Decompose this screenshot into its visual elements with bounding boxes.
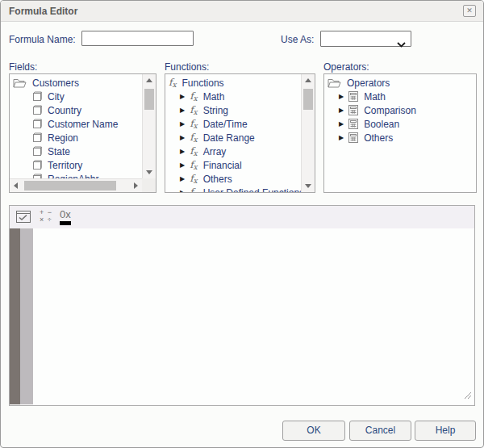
tree-item-label: User Defined Functions xyxy=(203,187,301,193)
operators-tree-root[interactable]: Operators xyxy=(328,76,476,90)
formula-name-input[interactable] xyxy=(81,31,194,46)
expand-arrow-icon[interactable]: ▶ xyxy=(180,148,185,155)
expand-arrow-icon[interactable]: ▶ xyxy=(180,134,185,141)
fx-icon: fx xyxy=(190,186,198,192)
hex-format-icon[interactable]: 0x xyxy=(60,208,71,225)
expand-arrow-icon[interactable]: ▶ xyxy=(339,107,344,114)
expand-arrow-icon[interactable]: ▶ xyxy=(180,107,185,114)
use-as-label: Use As: xyxy=(281,34,314,45)
hex-color-bar xyxy=(60,221,71,225)
field-column-icon xyxy=(32,105,42,115)
fields-tree-item[interactable]: Country xyxy=(13,103,142,117)
fx-icon: fx xyxy=(190,173,198,185)
help-button[interactable]: Help xyxy=(415,421,476,441)
field-column-icon xyxy=(32,160,42,170)
scroll-left-icon[interactable] xyxy=(14,182,18,189)
functions-tree-item[interactable]: ▶ fx String xyxy=(169,103,301,117)
fields-tree-item[interactable]: Customer Name xyxy=(13,117,142,131)
editor-toolbar: + − × ÷ 0x xyxy=(10,206,474,228)
field-column-icon xyxy=(32,132,42,143)
operators-panel: Operators ▶ Math ▶ Comparison ▶ xyxy=(323,73,477,193)
calculator-icon xyxy=(348,105,358,115)
operators-tree-item[interactable]: ▶ Math xyxy=(328,90,476,103)
scrollbar-corner xyxy=(142,178,156,192)
scrollbar-thumb[interactable] xyxy=(303,89,313,110)
fx-icon: fx xyxy=(190,90,198,103)
scroll-down-icon[interactable] xyxy=(305,184,311,188)
ok-button[interactable]: OK xyxy=(282,421,345,441)
tree-item-label: Math xyxy=(364,91,386,103)
validate-formula-icon[interactable] xyxy=(16,211,31,226)
calculator-icon xyxy=(348,132,358,143)
editor-gutter-light xyxy=(20,228,33,404)
tree-item-label: Region xyxy=(48,132,78,144)
fx-icon: fx xyxy=(190,132,198,144)
expand-arrow-icon[interactable]: ▶ xyxy=(180,120,185,128)
cancel-button[interactable]: Cancel xyxy=(349,421,411,441)
operators-tree-item[interactable]: ▶ Others xyxy=(328,131,476,144)
chevron-down-icon xyxy=(397,36,406,51)
scrollbar-thumb[interactable] xyxy=(144,89,154,110)
expand-arrow-icon[interactable]: ▶ xyxy=(180,189,185,192)
tree-item-label: Others xyxy=(203,174,232,185)
expand-arrow-icon[interactable]: ▶ xyxy=(180,175,185,182)
expand-arrow-icon[interactable]: ▶ xyxy=(339,93,344,100)
expand-arrow-icon[interactable]: ▶ xyxy=(180,161,185,169)
fx-icon: fx xyxy=(169,77,177,89)
functions-tree-item[interactable]: ▶ fx User Defined Functions xyxy=(169,186,301,192)
fields-tree-item[interactable]: Territory xyxy=(13,158,142,172)
functions-tree-item[interactable]: ▶ fx Date/Time xyxy=(169,117,301,131)
scroll-right-icon[interactable] xyxy=(134,182,138,189)
field-column-icon xyxy=(32,91,42,102)
resize-handle-icon[interactable] xyxy=(464,388,472,403)
tree-item-label: State xyxy=(48,146,70,157)
fields-tree-item[interactable]: City xyxy=(13,90,142,103)
use-as-select[interactable] xyxy=(320,31,411,47)
tree-root-label: Customers xyxy=(32,77,79,89)
expand-arrow-icon[interactable]: ▶ xyxy=(339,134,344,141)
functions-tree-root[interactable]: fx Functions xyxy=(169,76,301,90)
expand-arrow-icon[interactable]: ▶ xyxy=(180,93,185,100)
math-operators-icon[interactable]: + − × ÷ xyxy=(40,209,52,224)
scroll-up-icon[interactable] xyxy=(146,78,152,82)
tree-item-label: Territory xyxy=(48,160,82,171)
editor-body xyxy=(10,228,474,405)
operators-tree-item[interactable]: ▶ Comparison xyxy=(328,103,476,117)
functions-tree-items: ▶ fx Math ▶ fx String ▶ fx Date/Time ▶ f… xyxy=(169,90,301,192)
scroll-down-icon[interactable] xyxy=(146,170,152,174)
functions-vertical-scrollbar[interactable] xyxy=(301,74,315,192)
fields-tree-root[interactable]: Customers xyxy=(13,76,142,90)
functions-tree-item[interactable]: ▶ fx Array xyxy=(169,144,301,158)
fields-tree-items: City Country Customer Name Region xyxy=(13,90,142,178)
scrollbar-thumb[interactable] xyxy=(24,181,116,191)
functions-tree: fx Functions ▶ fx Math ▶ fx String ▶ fx … xyxy=(165,74,301,192)
formula-editor-area: + − × ÷ 0x xyxy=(9,205,475,406)
field-column-icon xyxy=(32,146,42,157)
fields-horizontal-scrollbar[interactable] xyxy=(10,178,142,192)
expand-arrow-icon[interactable]: ▶ xyxy=(339,120,344,128)
fields-panel: Customers City Country xyxy=(9,73,156,193)
functions-panel: fx Functions ▶ fx Math ▶ fx String ▶ fx … xyxy=(165,73,315,193)
fields-tree-item[interactable]: RegionAbbr xyxy=(13,172,142,178)
functions-tree-item[interactable]: ▶ fx Financial xyxy=(169,158,301,172)
functions-tree-item[interactable]: ▶ fx Math xyxy=(169,90,301,103)
functions-tree-item[interactable]: ▶ fx Others xyxy=(169,172,301,186)
fields-tree-item[interactable]: State xyxy=(13,144,142,158)
calculator-icon xyxy=(348,119,358,129)
formula-input[interactable] xyxy=(33,228,474,405)
functions-tree-item[interactable]: ▶ fx Date Range xyxy=(169,131,301,144)
open-folder-icon xyxy=(328,77,341,89)
close-icon[interactable]: ✕ xyxy=(463,5,476,17)
fields-tree-item[interactable]: Region xyxy=(13,131,142,144)
tree-item-label: Date/Time xyxy=(203,119,248,130)
scroll-up-icon[interactable] xyxy=(305,78,311,82)
operators-tree: Operators ▶ Math ▶ Comparison ▶ xyxy=(324,74,476,192)
fields-vertical-scrollbar[interactable] xyxy=(142,74,156,178)
tree-item-label: String xyxy=(203,105,228,116)
fields-tree: Customers City Country xyxy=(10,74,142,178)
fx-icon: fx xyxy=(190,104,198,116)
times-divide-row: × ÷ xyxy=(40,216,52,224)
formula-name-label: Formula Name: xyxy=(9,34,76,45)
tree-root-label: Operators xyxy=(347,77,390,89)
operators-tree-item[interactable]: ▶ Boolean xyxy=(328,117,476,131)
